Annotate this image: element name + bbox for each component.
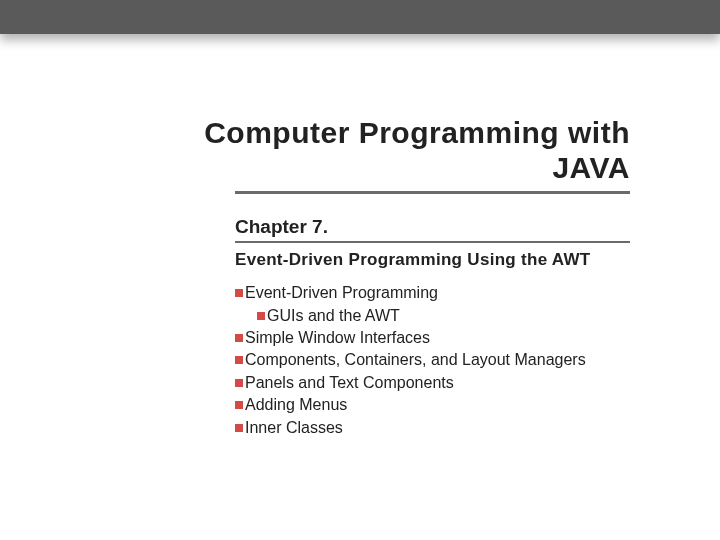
list-item: Simple Window Interfaces	[235, 327, 660, 349]
list-item: Inner Classes	[235, 417, 660, 439]
list-item: Components, Containers, and Layout Manag…	[235, 349, 660, 371]
title-line-2: JAVA	[552, 151, 630, 184]
list-item-text: Adding Menus	[245, 396, 347, 413]
bullet-icon	[235, 334, 243, 342]
list-item: GUIs and the AWT	[235, 305, 660, 327]
header-bar	[0, 0, 720, 34]
bullet-icon	[235, 401, 243, 409]
chapter-rule	[235, 241, 630, 243]
list-item: Event-Driven Programming	[235, 282, 660, 304]
list-item-text: Simple Window Interfaces	[245, 329, 430, 346]
chapter-subtitle: Event-Driven Programming Using the AWT	[235, 249, 630, 270]
title-line-1: Computer Programming with	[204, 116, 630, 149]
list-item-text: Panels and Text Components	[245, 374, 454, 391]
list-item-text: Components, Containers, and Layout Manag…	[245, 351, 586, 368]
list-item-text: GUIs and the AWT	[267, 307, 400, 324]
slide-content: Computer Programming with JAVA Chapter 7…	[0, 34, 720, 439]
title-rule	[235, 191, 630, 194]
list-item-text: Event-Driven Programming	[245, 284, 438, 301]
list-item: Panels and Text Components	[235, 372, 660, 394]
bullet-icon	[235, 356, 243, 364]
chapter-label: Chapter 7.	[235, 216, 630, 238]
bullet-icon	[235, 424, 243, 432]
topics-list: Event-Driven Programming GUIs and the AW…	[235, 282, 660, 439]
slide-title: Computer Programming with JAVA	[0, 116, 720, 185]
bullet-icon	[257, 312, 265, 320]
list-item: Adding Menus	[235, 394, 660, 416]
bullet-icon	[235, 289, 243, 297]
list-item-text: Inner Classes	[245, 419, 343, 436]
bullet-icon	[235, 379, 243, 387]
chapter-block: Chapter 7. Event-Driven Programming Usin…	[235, 216, 630, 270]
